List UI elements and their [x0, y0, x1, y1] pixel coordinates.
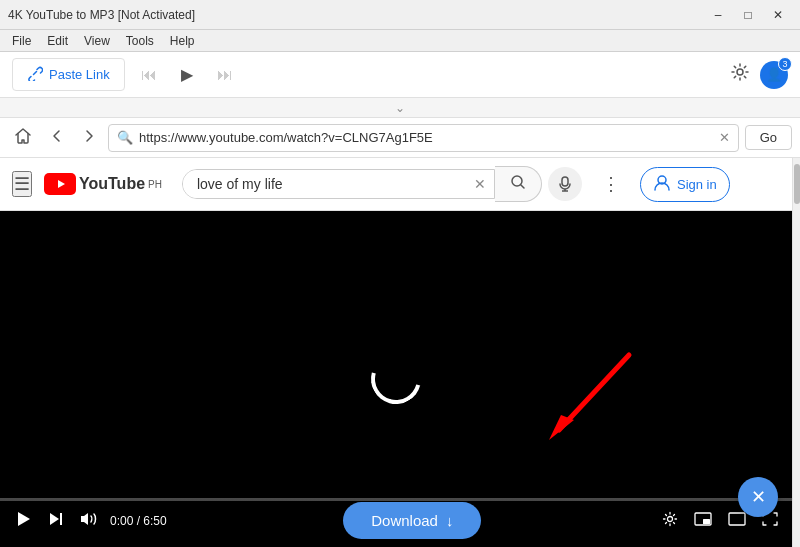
nav-next-button[interactable]: ⏭ [209, 62, 241, 88]
collapse-icon: ⌄ [395, 101, 405, 115]
close-x-icon: ✕ [751, 486, 766, 508]
browser-bar: 🔍 ✕ Go [0, 118, 800, 158]
collapse-bar[interactable]: ⌄ [0, 98, 800, 118]
url-bar: 🔍 ✕ [108, 124, 739, 152]
title-bar: 4K YouTube to MP3 [Not Activated] – □ ✕ [0, 0, 800, 30]
notification-badge: 3 [778, 57, 792, 71]
toolbar-right: 👤 3 [730, 61, 788, 89]
svg-point-13 [668, 516, 673, 521]
youtube-signin-button[interactable]: Sign in [640, 167, 730, 202]
menu-file[interactable]: File [4, 32, 39, 50]
settings-video-button[interactable] [658, 509, 682, 533]
youtube-more-button[interactable]: ⋮ [594, 169, 628, 199]
paste-link-icon [27, 65, 43, 84]
menu-bar: File Edit View Tools Help [0, 30, 800, 52]
settings-button[interactable] [730, 62, 750, 87]
nav-prev-button[interactable]: ⏮ [133, 62, 165, 88]
url-input[interactable] [139, 130, 713, 145]
menu-edit[interactable]: Edit [39, 32, 76, 50]
youtube-menu-button[interactable]: ☰ [12, 171, 32, 197]
nav-play-button[interactable]: ▶ [173, 61, 201, 88]
avatar-button[interactable]: 👤 3 [760, 61, 788, 89]
svg-marker-10 [50, 513, 59, 525]
home-button[interactable] [8, 123, 38, 153]
signin-label: Sign in [677, 177, 717, 192]
paste-link-button[interactable]: Paste Link [12, 58, 125, 91]
youtube-search-button[interactable] [495, 166, 542, 202]
toolbar: Paste Link ⏮ ▶ ⏭ 👤 3 [0, 52, 800, 98]
youtube-search-clear[interactable]: ✕ [466, 176, 494, 192]
youtube-header: ☰ YouTubePH ✕ [0, 158, 792, 211]
play-button[interactable] [10, 508, 36, 534]
volume-button[interactable] [76, 509, 102, 533]
svg-rect-3 [562, 177, 568, 186]
youtube-logo-icon [44, 173, 76, 195]
window-title: 4K YouTube to MP3 [Not Activated] [8, 8, 704, 22]
download-label: Download [371, 512, 438, 529]
video-player: 0:00 / 6:50 Download ↓ [0, 211, 792, 547]
svg-marker-1 [58, 180, 65, 188]
floating-close-button[interactable]: ✕ [738, 477, 778, 517]
video-controls: 0:00 / 6:50 Download ↓ [0, 494, 792, 547]
svg-rect-16 [729, 513, 745, 525]
signin-icon [653, 173, 671, 196]
window-controls: – □ ✕ [704, 5, 792, 25]
svg-point-0 [737, 69, 743, 75]
svg-rect-11 [60, 513, 62, 525]
menu-help[interactable]: Help [162, 32, 203, 50]
youtube-search-wrap: ✕ [182, 169, 495, 199]
miniplayer-button[interactable] [690, 510, 716, 532]
scrollbar[interactable] [792, 158, 800, 547]
svg-marker-8 [549, 415, 574, 440]
youtube-content: ☰ YouTubePH ✕ [0, 158, 792, 547]
download-icon: ↓ [446, 512, 454, 529]
download-button[interactable]: Download ↓ [343, 502, 481, 539]
menu-view[interactable]: View [76, 32, 118, 50]
menu-tools[interactable]: Tools [118, 32, 162, 50]
paste-link-label: Paste Link [49, 67, 110, 82]
close-button[interactable]: ✕ [764, 5, 792, 25]
loading-spinner [362, 345, 430, 413]
youtube-search-input[interactable] [183, 170, 466, 198]
go-button[interactable]: Go [745, 125, 792, 150]
svg-marker-12 [81, 513, 88, 525]
youtube-logo-text: YouTube [79, 175, 145, 193]
red-arrow-annotation [519, 345, 649, 459]
maximize-button[interactable]: □ [734, 5, 762, 25]
forward-button[interactable] [76, 125, 102, 151]
main-content: ☰ YouTubePH ✕ [0, 158, 800, 547]
youtube-logo[interactable]: YouTubePH [44, 173, 162, 195]
youtube-region-label: PH [148, 179, 162, 190]
url-search-icon: 🔍 [117, 130, 133, 145]
scrollbar-thumb[interactable] [794, 164, 800, 204]
youtube-mic-button[interactable] [548, 167, 582, 201]
minimize-button[interactable]: – [704, 5, 732, 25]
svg-rect-15 [703, 519, 710, 524]
svg-marker-9 [18, 512, 30, 526]
svg-line-7 [559, 355, 629, 430]
time-display: 0:00 / 6:50 [110, 514, 167, 528]
next-frame-button[interactable] [44, 509, 68, 533]
url-clear-button[interactable]: ✕ [719, 130, 730, 145]
browser-content: ☰ YouTubePH ✕ [0, 158, 800, 547]
back-button[interactable] [44, 125, 70, 151]
